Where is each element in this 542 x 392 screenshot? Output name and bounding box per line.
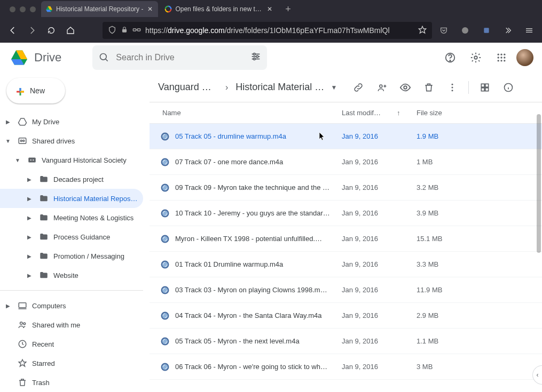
account-icon[interactable]: [458, 23, 473, 38]
sidebar-shared-drive[interactable]: ▼ Vanguard Historical Society: [0, 150, 143, 170]
url-bar[interactable]: https://drive.google.com/drive/folders/1…: [103, 22, 432, 39]
file-row[interactable]: Myron - Killeen TX 1998 - potential unfu…: [150, 226, 542, 252]
maximize-window-icon[interactable]: [30, 6, 36, 12]
toolbar: https://drive.google.com/drive/folders/1…: [0, 18, 542, 43]
expand-icon[interactable]: ▶: [3, 303, 13, 309]
sidebar-my-drive[interactable]: ▶ My Drive: [0, 112, 143, 131]
shield-icon[interactable]: [108, 26, 116, 36]
expand-icon[interactable]: ▶: [25, 215, 34, 221]
pocket-icon[interactable]: [436, 23, 451, 38]
sidebar-computers[interactable]: ▶ Computers: [0, 296, 143, 315]
tab-close-icon[interactable]: ✕: [266, 5, 273, 13]
starred-icon: [16, 358, 29, 368]
minimize-window-icon[interactable]: [20, 6, 26, 12]
apps-icon[interactable]: [491, 47, 512, 68]
sidebar-folder[interactable]: ▶Promotion / Messaging: [0, 246, 143, 266]
view-details-icon[interactable]: [498, 77, 519, 98]
tab-active[interactable]: Historical Material Repository - ✕: [41, 1, 158, 17]
audio-file-icon: [160, 209, 175, 218]
close-window-icon[interactable]: [10, 6, 15, 12]
search-input[interactable]: [116, 53, 245, 62]
settings-icon[interactable]: [465, 47, 486, 68]
sidebar-starred[interactable]: Starred: [0, 354, 143, 373]
browser-chrome: Historical Material Repository - ✕ Open …: [0, 0, 542, 43]
sidebar-trash[interactable]: Trash: [0, 373, 143, 392]
toolbar-right: [436, 23, 537, 38]
column-file-size[interactable]: File size: [417, 109, 491, 117]
more-actions-icon[interactable]: [442, 77, 463, 98]
reload-button[interactable]: [44, 23, 59, 38]
sort-ascending-icon[interactable]: ↑: [397, 109, 400, 117]
breadcrumb-parent[interactable]: Vanguard H…: [156, 81, 220, 94]
menu-icon[interactable]: [522, 23, 537, 38]
drive-logo-icon[interactable]: [9, 47, 30, 68]
sidebar-shared-with-me[interactable]: Shared with me: [0, 315, 143, 334]
scrollbar[interactable]: [537, 114, 541, 253]
file-name: 01 Track 01 Drumline warmup.m4a: [175, 260, 342, 268]
collapse-icon[interactable]: ▼: [13, 157, 22, 163]
expand-icon[interactable]: ▶: [25, 273, 34, 278]
expand-icon[interactable]: ▶: [25, 253, 34, 259]
file-row[interactable]: 09 Track 09 - Myron take the technique a…: [150, 175, 542, 201]
svg-rect-64: [482, 84, 485, 87]
window-controls[interactable]: [4, 6, 41, 12]
expand-icon[interactable]: ▶: [25, 196, 34, 202]
folder-icon: [37, 213, 50, 222]
lock-icon[interactable]: [121, 26, 128, 35]
search-options-icon[interactable]: [250, 51, 262, 65]
sidebar-folder[interactable]: ▶Historical Material Repos…: [0, 189, 143, 208]
bookmark-star-icon[interactable]: [418, 26, 427, 36]
collapse-icon[interactable]: ▼: [3, 138, 13, 144]
file-row[interactable]: 05 Track 05 - Myron - the next level.m4a…: [150, 329, 542, 354]
home-button[interactable]: [63, 23, 78, 38]
new-tab-button[interactable]: +: [280, 1, 296, 17]
file-name: 05 Track 05 - drumline warmup.m4a: [175, 132, 342, 140]
folder-icon: [37, 251, 50, 261]
expand-icon[interactable]: ▶: [25, 177, 34, 182]
sidebar-shared-drives[interactable]: ▼ Shared drives: [0, 131, 143, 150]
app-title[interactable]: Drive: [34, 51, 61, 65]
file-name: 10 Track 10 - Jeremy - you guys are the …: [175, 209, 342, 217]
extension-icon[interactable]: [479, 23, 494, 38]
breadcrumb-current[interactable]: Historical Material …: [233, 81, 326, 94]
search-bar[interactable]: [92, 45, 267, 70]
forward-button[interactable]: [25, 23, 40, 38]
drive-favicon-icon: [45, 5, 53, 13]
grid-view-icon[interactable]: [474, 77, 496, 98]
permissions-icon[interactable]: [132, 26, 141, 36]
file-row[interactable]: 05 Track 05 - drumline warmup.m4aJan 9, …: [150, 124, 542, 149]
expand-icon[interactable]: ▶: [3, 119, 13, 125]
file-row[interactable]: 10 Track 10 - Jeremy - you guys are the …: [150, 201, 542, 226]
sidebar-folder[interactable]: ▶Website: [0, 266, 143, 285]
file-row[interactable]: 04 Track 04 - Myron - the Santa Clara Wa…: [150, 303, 542, 329]
delete-icon[interactable]: [418, 77, 439, 98]
back-button[interactable]: [5, 23, 20, 38]
file-row[interactable]: 07 Track 07 - one more dance.m4aJan 9, 2…: [150, 149, 542, 175]
account-avatar[interactable]: [516, 49, 533, 66]
file-modified: Jan 9, 2016: [342, 183, 417, 191]
file-row[interactable]: 01 Track 01 Drumline warmup.m4aJan 9, 20…: [150, 252, 542, 277]
dropdown-icon[interactable]: ▼: [328, 84, 337, 91]
file-row[interactable]: 06 Track 06 - Myron - we're going to sti…: [150, 354, 542, 380]
expand-icon[interactable]: ▶: [25, 234, 34, 240]
file-modified: Jan 9, 2016: [342, 286, 417, 294]
file-list[interactable]: 05 Track 05 - drumline warmup.m4aJan 9, …: [150, 124, 542, 392]
overflow-icon[interactable]: [500, 23, 515, 38]
folder-icon: [37, 232, 50, 242]
help-icon[interactable]: [439, 47, 461, 68]
tab-close-icon[interactable]: ✕: [146, 5, 154, 13]
sidebar-folder[interactable]: ▶Meeting Notes & Logistics: [0, 208, 143, 227]
file-row[interactable]: 03 Track 03 - Myron on playing Clowns 19…: [150, 277, 542, 303]
get-link-icon[interactable]: [348, 77, 369, 98]
new-button[interactable]: New: [6, 78, 65, 103]
sidebar-recent[interactable]: Recent: [0, 334, 143, 354]
file-modified: Jan 9, 2016: [342, 132, 417, 140]
preview-icon[interactable]: [395, 77, 416, 98]
sidebar-folder[interactable]: ▶Decades project: [0, 170, 143, 189]
column-name[interactable]: Name: [160, 109, 342, 117]
share-icon[interactable]: [371, 77, 392, 98]
column-last-modified[interactable]: Last modif…↑: [342, 109, 417, 117]
tab-inactive[interactable]: Open files & folders in new tab? ✕: [160, 1, 278, 17]
svg-point-29: [450, 60, 450, 60]
sidebar-folder[interactable]: ▶Process Guidance: [0, 227, 143, 246]
